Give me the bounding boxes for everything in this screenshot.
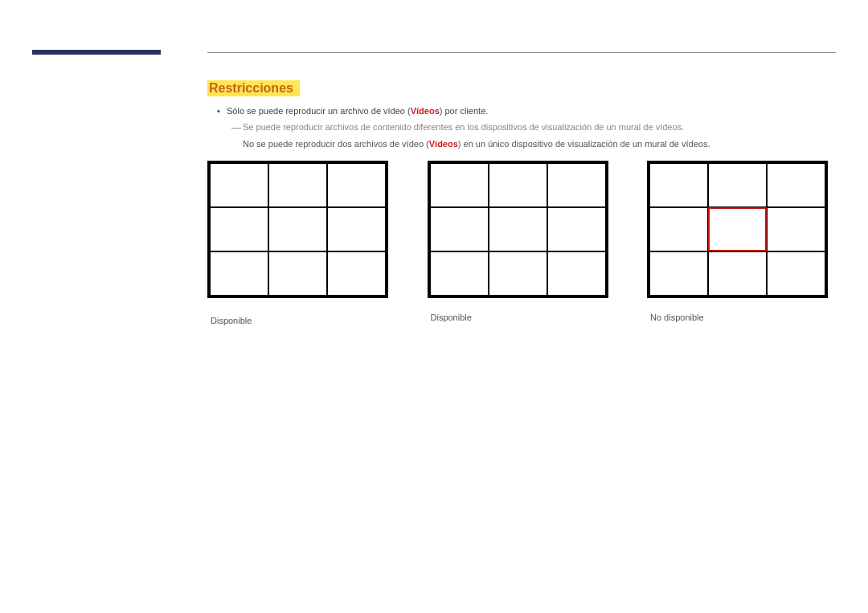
grid-cell (430, 251, 489, 296)
grid-cell (327, 163, 386, 207)
list-item: • Sólo se puede reproducir un archivo de… (217, 104, 820, 119)
grid-examples: Disponible Disponible No disponi (207, 161, 828, 325)
grid-cell (708, 163, 767, 207)
grid-example-unavailable: No disponible (647, 161, 828, 325)
grid-cell (649, 163, 708, 207)
grid-example-available-1: Disponible (207, 161, 388, 325)
dash-icon: ― (231, 121, 243, 136)
text-fragment: Sólo se puede reproducir un archivo de v… (227, 106, 411, 116)
grid-cell (489, 251, 547, 296)
grid-caption: Disponible (207, 316, 388, 325)
text-fragment: ) por cliente. (440, 106, 489, 116)
grid-cell (268, 251, 327, 296)
grid-3x3 (428, 161, 608, 298)
grid-cell (547, 163, 606, 207)
grid-cell (268, 163, 327, 207)
grid-3x3 (207, 161, 388, 298)
grid-cell (547, 207, 606, 251)
text-emphasis: Vídeos (429, 139, 458, 149)
text-emphasis: Vídeos (411, 106, 440, 116)
header-accent-bar (32, 50, 161, 55)
grid-caption: Disponible (428, 313, 608, 322)
list-subitem-text: Se puede reproducir archivos de contenid… (243, 121, 684, 135)
grid-cell (327, 207, 386, 251)
grid-caption: No disponible (647, 313, 828, 322)
grid-cell (210, 251, 268, 296)
grid-3x3 (647, 161, 828, 298)
restrictions-list: • Sólo se puede reproducir un archivo de… (217, 104, 820, 151)
grid-cell-highlighted (708, 207, 767, 251)
grid-cell (210, 207, 268, 251)
grid-cell (327, 251, 386, 296)
list-item-text: Sólo se puede reproducir un archivo de v… (227, 104, 820, 119)
grid-cell (708, 251, 767, 296)
grid-cell (767, 207, 825, 251)
grid-cell (210, 163, 268, 207)
grid-cell (767, 163, 825, 207)
text-fragment: ) en un único dispositivo de visualizaci… (458, 139, 710, 149)
grid-example-available-2: Disponible (428, 161, 608, 325)
grid-cell (268, 207, 327, 251)
grid-cell (430, 163, 489, 207)
section-title: Restricciones (207, 80, 300, 96)
header-divider (207, 52, 836, 53)
bullet-icon: • (217, 104, 227, 119)
grid-cell (489, 207, 547, 251)
text-fragment: No se puede reproducir dos archivos de v… (243, 139, 429, 149)
grid-cell (649, 207, 708, 251)
grid-cell (430, 207, 489, 251)
grid-cell (649, 251, 708, 296)
grid-cell (547, 251, 606, 296)
list-subitem: No se puede reproducir dos archivos de v… (243, 137, 820, 152)
list-subitem-text: No se puede reproducir dos archivos de v… (243, 137, 710, 152)
grid-cell (489, 163, 547, 207)
grid-cell (767, 251, 825, 296)
list-subitem: ― Se puede reproducir archivos de conten… (231, 121, 820, 136)
